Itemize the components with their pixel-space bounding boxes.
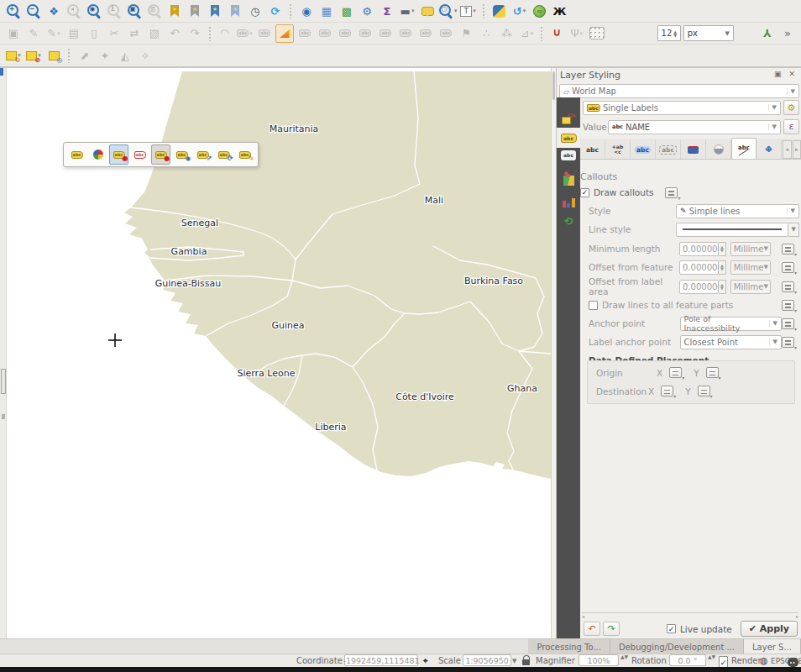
- new-spatial-bookmark-icon[interactable]: [206, 2, 224, 20]
- tab-buffer[interactable]: abc: [631, 140, 656, 159]
- style-redo-button[interactable]: ↷: [603, 622, 620, 636]
- panel-undock-icon[interactable]: ▣: [774, 70, 784, 78]
- 3d-view-tab[interactable]: [557, 169, 580, 189]
- tab-mask[interactable]: abc: [656, 140, 681, 159]
- identify-features-icon[interactable]: ◉: [297, 2, 316, 20]
- tab-scroll-button[interactable]: ◂: [783, 140, 792, 159]
- draw-lines-checkbox[interactable]: [589, 301, 598, 310]
- show-bookmarks-icon[interactable]: [186, 2, 204, 20]
- apply-button[interactable]: ✔ Apply: [741, 621, 798, 637]
- attribute-table-icon[interactable]: ▦: [317, 2, 336, 20]
- zoom-to-layer-icon[interactable]: ▣: [125, 2, 144, 20]
- dock-tab[interactable]: Layer S...: [744, 639, 801, 654]
- param-spinbox[interactable]: 0.000000: [679, 242, 719, 256]
- zoom-in-icon[interactable]: +: [4, 2, 23, 20]
- tab-placement[interactable]: ↔↕: [756, 140, 782, 159]
- data-defined-icon[interactable]: [782, 281, 794, 292]
- data-defined-icon[interactable]: [661, 386, 673, 396]
- panel-close-icon[interactable]: ✕: [788, 70, 798, 78]
- data-defined-icon[interactable]: [669, 367, 682, 378]
- dropdown-arrow-icon[interactable]: ▾: [411, 8, 415, 14]
- value-field-combo[interactable]: abc NAME ▼: [608, 120, 781, 134]
- data-defined-icon[interactable]: [782, 244, 794, 255]
- history-arrow-icon[interactable]: ↺▾: [510, 2, 529, 20]
- pin-unpin-labels-button[interactable]: abc●: [109, 144, 128, 165]
- move-label-button[interactable]: abc↗: [193, 144, 212, 165]
- spinner-arrows[interactable]: ▲▼: [719, 280, 726, 294]
- magnifier-spinner-arrows[interactable]: ▲▼: [620, 654, 628, 667]
- stream-digitize-icon[interactable]: Y: [758, 24, 777, 43]
- data-defined-icon[interactable]: [698, 386, 710, 396]
- automated-placement-button[interactable]: ⚙: [783, 100, 799, 115]
- tab-background[interactable]: [681, 140, 706, 159]
- label-anchor-combo[interactable]: Closest Point ▼: [680, 335, 782, 349]
- panel-hscrollbar[interactable]: ◂▸: [582, 612, 798, 619]
- debug-icon[interactable]: Ж: [551, 2, 569, 20]
- scale-dropdown-icon[interactable]: ▼: [512, 654, 516, 667]
- snapping-magnet-icon[interactable]: ∩: [547, 24, 566, 43]
- font-unit-combo[interactable]: px▼: [680, 24, 734, 43]
- live-update-checkbox[interactable]: ✓: [667, 624, 676, 633]
- layer-labeling-options-button[interactable]: abc: [67, 144, 86, 165]
- bookmark-manager-icon[interactable]: [226, 2, 244, 20]
- param-spinbox[interactable]: 0.000000: [679, 280, 719, 294]
- layer-marker-icon[interactable]: ◎: [44, 46, 63, 65]
- tab-shadow[interactable]: [706, 140, 731, 159]
- map-tips-icon[interactable]: [418, 2, 437, 20]
- new-layer-icon[interactable]: ↻▾: [4, 46, 23, 65]
- layer-selector-combo[interactable]: ▱ World Map ▼: [559, 84, 799, 98]
- dotted-grid-button[interactable]: [588, 24, 606, 43]
- label-type-combo[interactable]: abc Single Labels ▼: [583, 101, 781, 115]
- font-size-spin[interactable]: 12▲▼: [608, 24, 678, 43]
- mask-tab[interactable]: abc: [557, 145, 580, 165]
- zoom-next-icon[interactable]: ◉: [85, 2, 103, 20]
- coordinate-field[interactable]: -1992459,1115481: [344, 654, 418, 666]
- dropdown-arrow-icon[interactable]: ▾: [57, 30, 60, 37]
- magnifier-spin[interactable]: 100%: [578, 654, 619, 666]
- statistical-summary-icon[interactable]: ▩: [338, 2, 356, 20]
- highlight-pinned-labels-button[interactable]: abc: [130, 144, 149, 165]
- callout-style-combo[interactable]: ✎ Simple lines ▼: [676, 204, 799, 218]
- toggle-label-pin-button[interactable]: abc●: [151, 144, 170, 165]
- dropdown-arrow-icon[interactable]: ▾: [473, 8, 476, 14]
- diagrams-tab[interactable]: [557, 192, 580, 212]
- line-style-dropdown-button[interactable]: ▼: [788, 223, 799, 237]
- measure-icon[interactable]: ▬▾: [398, 2, 416, 20]
- rotate-label-button[interactable]: abc⟳: [214, 144, 233, 165]
- unit-combo[interactable]: Millime▼: [730, 260, 771, 275]
- scale-combo[interactable]: 1:9056950: [463, 654, 511, 666]
- new-bookmark-icon[interactable]: [165, 2, 184, 20]
- unit-combo[interactable]: Millime▼: [730, 280, 771, 294]
- left-dock-tab[interactable]: [1, 369, 6, 394]
- dropdown-arrow-icon[interactable]: ▾: [531, 30, 534, 37]
- temporal-controller-icon[interactable]: ◷: [246, 2, 264, 20]
- tab-formatting[interactable]: +ab<c: [605, 140, 631, 159]
- unit-combo[interactable]: Millime▼: [730, 242, 771, 256]
- refresh-map-icon[interactable]: ⟳: [266, 2, 285, 20]
- data-defined-icon[interactable]: [665, 187, 678, 198]
- draw-callouts-checkbox[interactable]: ✓: [580, 188, 589, 197]
- symbology-tab[interactable]: [557, 108, 580, 129]
- change-label-properties-button[interactable]: abc✎: [235, 144, 254, 165]
- search-icon[interactable]: ○▾: [438, 2, 458, 20]
- zoom-out-icon[interactable]: −: [24, 2, 43, 20]
- rotation-spinner-arrows[interactable]: ▲▼: [708, 654, 715, 667]
- dropdown-arrow-icon[interactable]: ▾: [454, 8, 458, 14]
- labeling-options-icon[interactable]: [275, 24, 294, 43]
- tab-text[interactable]: abc: [580, 140, 605, 159]
- zoom-full-icon[interactable]: ❖: [44, 2, 63, 20]
- dock-tab[interactable]: Debugging/Development ...: [610, 639, 744, 654]
- dropdown-arrow-icon[interactable]: ▾: [580, 30, 584, 37]
- text-annotation-icon[interactable]: T▾: [459, 2, 478, 20]
- spinner-arrows[interactable]: ▲▼: [719, 260, 726, 275]
- param-spinbox[interactable]: 0.000000: [679, 260, 719, 275]
- anchor-point-combo[interactable]: Pole of Inaccessibility ▼: [680, 317, 782, 331]
- dropdown-arrow-icon[interactable]: ▾: [249, 30, 253, 37]
- remove-layer-icon[interactable]: ⊘▾: [24, 46, 43, 65]
- style-undo-button[interactable]: ↶: [584, 622, 600, 636]
- show-hide-labels-button[interactable]: abc◉: [172, 144, 191, 165]
- python-console-icon[interactable]: [490, 2, 509, 20]
- tab-callouts[interactable]: abc: [731, 138, 756, 159]
- crs-globe-icon[interactable]: ◍: [760, 654, 768, 667]
- data-defined-icon[interactable]: [782, 300, 794, 311]
